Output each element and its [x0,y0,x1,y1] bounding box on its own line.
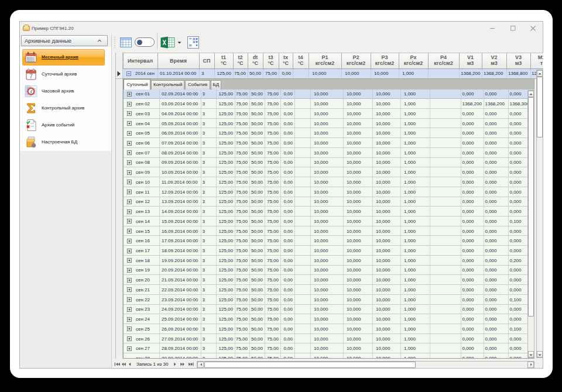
svg-text:7: 7 [29,73,33,80]
